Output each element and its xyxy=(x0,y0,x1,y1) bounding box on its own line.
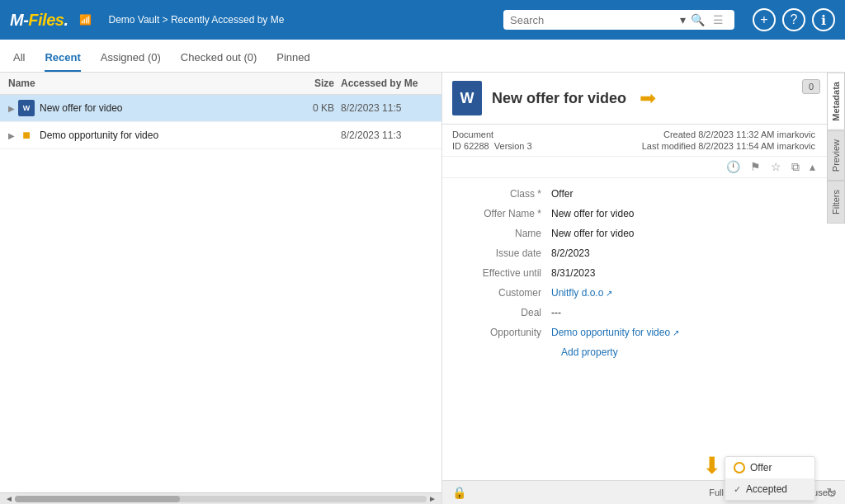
checkmark-icon: ✓ xyxy=(734,484,741,495)
prop-effective-until: Effective until 8/31/2023 xyxy=(452,267,815,279)
breadcrumb: Demo Vault > Recently Accessed by Me xyxy=(108,14,284,26)
horizontal-scrollbar[interactable]: ◄ ► xyxy=(0,492,441,504)
item-name: New offer for video xyxy=(40,102,285,114)
footer-bar: 🔒 Full control for all internal users ⬇ … xyxy=(442,480,845,504)
right-panel: Metadata Preview Filters W New offer for… xyxy=(442,73,845,504)
doc-meta-left: Document ID 62288 Version 3 xyxy=(452,130,532,151)
workflow-item-offer[interactable]: Offer xyxy=(725,457,814,478)
left-panel: Name Size Accessed by Me ▶ W New offer f… xyxy=(0,73,442,504)
star-icon[interactable]: ☆ xyxy=(771,160,781,174)
document-meta: Document ID 62288 Version 3 Created 8/2/… xyxy=(442,125,845,157)
prop-effective-until-label: Effective until xyxy=(452,267,551,279)
prop-opportunity: Opportunity Demo opportunity for video xyxy=(452,327,815,338)
item-size: 0 KB xyxy=(285,102,334,114)
arrow-right-indicator: ➡ xyxy=(640,87,656,110)
prop-customer: Customer Unitfly d.o.o xyxy=(452,287,815,299)
prop-customer-label: Customer xyxy=(452,287,551,299)
add-property-link[interactable]: Add property xyxy=(452,346,815,358)
doc-type-label: Document xyxy=(452,130,532,139)
tab-pinned[interactable]: Pinned xyxy=(276,51,309,72)
arrow-down-indicator: ⬇ xyxy=(702,452,721,479)
workflow-accepted-label: Accepted xyxy=(746,483,787,495)
workflow-circle-icon xyxy=(734,462,745,473)
prop-issue-date-label: Issue date xyxy=(452,247,551,259)
tab-assigned[interactable]: Assigned (0) xyxy=(101,51,161,72)
prop-issue-date-value: 8/2/2023 xyxy=(551,247,590,259)
main-content: Name Size Accessed by Me ▶ W New offer f… xyxy=(0,73,845,504)
word-icon: W xyxy=(452,81,482,115)
add-button[interactable]: + xyxy=(753,8,776,31)
workflow-dropdown[interactable]: Offer ✓ Accepted xyxy=(725,456,815,501)
prop-name-value: New offer for video xyxy=(551,228,635,239)
document-title: New offer for video xyxy=(492,90,626,107)
flag-icon[interactable]: ⚑ xyxy=(750,160,761,174)
folder-icon: ■ xyxy=(18,127,35,144)
refresh-icon[interactable]: ↻ xyxy=(826,485,837,501)
scroll-left-arrow[interactable]: ◄ xyxy=(3,494,15,503)
history-icon[interactable]: 🕛 xyxy=(726,160,740,174)
tab-metadata[interactable]: Metadata xyxy=(827,73,845,130)
search-menu-icon[interactable]: ☰ xyxy=(713,13,724,26)
expand-arrow-icon[interactable]: ▶ xyxy=(8,131,15,140)
prop-customer-value[interactable]: Unitfly d.o.o xyxy=(551,287,612,299)
prop-offer-name-label: Offer Name * xyxy=(452,208,551,219)
search-input[interactable] xyxy=(510,14,675,26)
prop-issue-date: Issue date 8/2/2023 xyxy=(452,247,815,259)
doc-id-version: ID 62288 Version 3 xyxy=(452,141,532,151)
collapse-icon[interactable]: ▴ xyxy=(810,160,815,174)
header-actions: + ? ℹ xyxy=(753,8,835,31)
document-header: W New offer for video ➡ 0 xyxy=(442,73,845,125)
help-button[interactable]: ? xyxy=(782,8,805,31)
tab-recent[interactable]: Recent xyxy=(45,51,80,72)
scroll-track[interactable] xyxy=(15,496,427,502)
app-logo: M-Files. xyxy=(10,11,68,30)
prop-opportunity-value[interactable]: Demo opportunity for video xyxy=(551,327,679,338)
side-tabs: Metadata Preview Filters xyxy=(827,73,845,224)
lock-icon: 🔒 xyxy=(452,486,466,499)
scroll-right-arrow[interactable]: ► xyxy=(427,494,438,503)
prop-name: Name New offer for video xyxy=(452,228,815,239)
prop-offer-name-value: New offer for video xyxy=(551,208,635,219)
workflow-item-accepted[interactable]: ✓ Accepted xyxy=(725,478,814,500)
list-item[interactable]: ▶ W New offer for video 0 KB 8/2/2023 11… xyxy=(0,95,441,122)
copy-icon[interactable]: ⧉ xyxy=(791,160,800,174)
search-dropdown-icon[interactable]: ▾ xyxy=(680,13,686,26)
col-size-header: Size xyxy=(285,78,334,89)
wifi-icon: 📶 xyxy=(79,14,92,26)
search-bar: ▾ 🔍 ☰ xyxy=(503,10,734,30)
notification-badge[interactable]: 0 xyxy=(802,79,820,94)
prop-name-label: Name xyxy=(452,228,551,239)
scroll-thumb[interactable] xyxy=(15,496,180,502)
action-icons-bar: 🕛 ⚑ ☆ ⧉ ▴ xyxy=(442,157,845,178)
doc-meta-right: Created 8/2/2023 11:32 AM imarkovic Last… xyxy=(642,130,815,151)
doc-created: Created 8/2/2023 11:32 AM imarkovic xyxy=(642,130,815,139)
list-header: Name Size Accessed by Me xyxy=(0,73,441,95)
tab-filters[interactable]: Filters xyxy=(827,181,845,224)
col-name-header: Name xyxy=(8,78,285,89)
tab-checked-out[interactable]: Checked out (0) xyxy=(181,51,257,72)
header: M-Files. 📶 Demo Vault > Recently Accesse… xyxy=(0,0,845,40)
prop-class: Class * Offer xyxy=(452,188,815,200)
doc-modified: Last modified 8/2/2023 11:54 AM imarkovi… xyxy=(642,141,815,151)
col-accessed-header: Accessed by Me xyxy=(334,78,433,89)
prop-opportunity-label: Opportunity xyxy=(452,327,551,338)
properties-panel: Class * Offer Offer Name * New offer for… xyxy=(442,178,845,480)
info-button[interactable]: ℹ xyxy=(812,8,835,31)
prop-deal-label: Deal xyxy=(452,307,551,318)
search-icon[interactable]: 🔍 xyxy=(691,13,705,26)
word-file-icon: W xyxy=(18,100,35,116)
prop-deal: Deal --- xyxy=(452,307,815,318)
list-item[interactable]: ▶ ■ Demo opportunity for video 8/2/2023 … xyxy=(0,122,441,149)
prop-effective-until-value: 8/31/2023 xyxy=(551,267,595,279)
prop-class-value: Offer xyxy=(551,188,573,200)
tab-all[interactable]: All xyxy=(13,51,25,72)
prop-offer-name: Offer Name * New offer for video xyxy=(452,208,815,219)
nav-tabs: All Recent Assigned (0) Checked out (0) … xyxy=(0,40,845,73)
expand-arrow-icon[interactable]: ▶ xyxy=(8,104,15,113)
tab-preview[interactable]: Preview xyxy=(827,130,845,181)
item-date: 8/2/2023 11:5 xyxy=(334,102,433,114)
item-date: 8/2/2023 11:3 xyxy=(334,130,433,141)
workflow-offer-label: Offer xyxy=(750,462,772,473)
item-name: Demo opportunity for video xyxy=(40,130,285,141)
prop-class-label: Class * xyxy=(452,188,551,200)
